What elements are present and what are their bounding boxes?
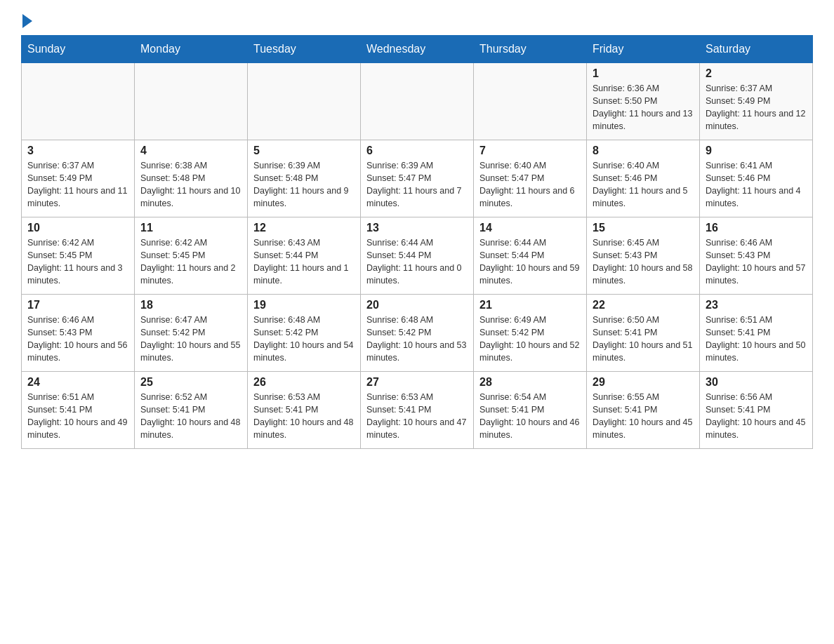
calendar-header-row: SundayMondayTuesdayWednesdayThursdayFrid… xyxy=(22,36,813,63)
day-info: Sunrise: 6:51 AMSunset: 5:41 PMDaylight:… xyxy=(27,391,128,442)
calendar-cell: 15Sunrise: 6:45 AMSunset: 5:43 PMDayligh… xyxy=(587,217,700,295)
calendar-cell: 9Sunrise: 6:41 AMSunset: 5:46 PMDaylight… xyxy=(700,140,813,217)
calendar-cell: 12Sunrise: 6:43 AMSunset: 5:44 PMDayligh… xyxy=(248,217,361,295)
day-number: 3 xyxy=(27,145,128,157)
calendar-cell: 16Sunrise: 6:46 AMSunset: 5:43 PMDayligh… xyxy=(700,217,813,295)
day-number: 21 xyxy=(479,299,581,311)
calendar-cell: 22Sunrise: 6:50 AMSunset: 5:41 PMDayligh… xyxy=(587,295,700,372)
day-info: Sunrise: 6:50 AMSunset: 5:41 PMDaylight:… xyxy=(593,314,694,365)
header-wednesday: Wednesday xyxy=(361,36,474,63)
calendar-cell: 17Sunrise: 6:46 AMSunset: 5:43 PMDayligh… xyxy=(22,295,135,372)
day-info: Sunrise: 6:41 AMSunset: 5:46 PMDaylight:… xyxy=(706,159,807,210)
calendar-cell: 27Sunrise: 6:53 AMSunset: 5:41 PMDayligh… xyxy=(361,372,474,449)
calendar-week-row: 10Sunrise: 6:42 AMSunset: 5:45 PMDayligh… xyxy=(22,217,813,295)
calendar-cell xyxy=(361,63,474,140)
day-number: 25 xyxy=(140,376,241,389)
calendar-cell: 18Sunrise: 6:47 AMSunset: 5:42 PMDayligh… xyxy=(135,295,248,372)
day-number: 5 xyxy=(253,145,355,157)
day-info: Sunrise: 6:45 AMSunset: 5:43 PMDaylight:… xyxy=(593,236,694,288)
day-number: 16 xyxy=(706,222,807,234)
calendar-table: SundayMondayTuesdayWednesdayThursdayFrid… xyxy=(21,35,813,449)
day-info: Sunrise: 6:36 AMSunset: 5:50 PMDaylight:… xyxy=(593,82,694,133)
day-info: Sunrise: 6:38 AMSunset: 5:48 PMDaylight:… xyxy=(140,159,241,210)
calendar-cell xyxy=(474,63,587,140)
day-number: 18 xyxy=(140,299,241,311)
header-saturday: Saturday xyxy=(700,36,813,63)
day-number: 20 xyxy=(366,299,468,311)
day-info: Sunrise: 6:55 AMSunset: 5:41 PMDaylight:… xyxy=(593,391,694,442)
day-info: Sunrise: 6:56 AMSunset: 5:41 PMDaylight:… xyxy=(706,391,807,442)
day-number: 10 xyxy=(27,222,128,234)
day-number: 19 xyxy=(253,299,355,311)
calendar-cell: 20Sunrise: 6:48 AMSunset: 5:42 PMDayligh… xyxy=(361,295,474,372)
calendar-cell: 21Sunrise: 6:49 AMSunset: 5:42 PMDayligh… xyxy=(474,295,587,372)
calendar-cell: 5Sunrise: 6:39 AMSunset: 5:48 PMDaylight… xyxy=(248,140,361,217)
day-info: Sunrise: 6:53 AMSunset: 5:41 PMDaylight:… xyxy=(366,391,468,442)
day-number: 9 xyxy=(706,145,807,157)
calendar-cell: 28Sunrise: 6:54 AMSunset: 5:41 PMDayligh… xyxy=(474,372,587,449)
day-info: Sunrise: 6:43 AMSunset: 5:44 PMDaylight:… xyxy=(253,236,355,288)
calendar-cell: 6Sunrise: 6:39 AMSunset: 5:47 PMDaylight… xyxy=(361,140,474,217)
calendar-cell: 29Sunrise: 6:55 AMSunset: 5:41 PMDayligh… xyxy=(587,372,700,449)
calendar-cell: 8Sunrise: 6:40 AMSunset: 5:46 PMDaylight… xyxy=(587,140,700,217)
day-number: 23 xyxy=(706,299,807,311)
calendar-cell: 23Sunrise: 6:51 AMSunset: 5:41 PMDayligh… xyxy=(700,295,813,372)
day-number: 27 xyxy=(366,376,468,389)
day-number: 24 xyxy=(27,376,128,389)
calendar-cell: 24Sunrise: 6:51 AMSunset: 5:41 PMDayligh… xyxy=(22,372,135,449)
logo-arrow-icon xyxy=(22,14,32,28)
day-number: 1 xyxy=(593,67,694,80)
day-number: 6 xyxy=(366,145,468,157)
calendar-cell: 25Sunrise: 6:52 AMSunset: 5:41 PMDayligh… xyxy=(135,372,248,449)
day-number: 17 xyxy=(27,299,128,311)
calendar-cell: 7Sunrise: 6:40 AMSunset: 5:47 PMDaylight… xyxy=(474,140,587,217)
day-info: Sunrise: 6:52 AMSunset: 5:41 PMDaylight:… xyxy=(140,391,241,442)
day-number: 22 xyxy=(593,299,694,311)
calendar-week-row: 17Sunrise: 6:46 AMSunset: 5:43 PMDayligh… xyxy=(22,295,813,372)
day-number: 11 xyxy=(140,222,241,234)
day-number: 12 xyxy=(253,222,355,234)
calendar-cell: 26Sunrise: 6:53 AMSunset: 5:41 PMDayligh… xyxy=(248,372,361,449)
day-info: Sunrise: 6:54 AMSunset: 5:41 PMDaylight:… xyxy=(479,391,581,442)
day-info: Sunrise: 6:51 AMSunset: 5:41 PMDaylight:… xyxy=(706,314,807,365)
day-info: Sunrise: 6:37 AMSunset: 5:49 PMDaylight:… xyxy=(27,159,128,210)
calendar-cell: 1Sunrise: 6:36 AMSunset: 5:50 PMDaylight… xyxy=(587,63,700,140)
day-number: 15 xyxy=(593,222,694,234)
day-number: 29 xyxy=(593,376,694,389)
header-monday: Monday xyxy=(135,36,248,63)
day-info: Sunrise: 6:47 AMSunset: 5:42 PMDaylight:… xyxy=(140,314,241,365)
day-number: 4 xyxy=(140,145,241,157)
page-header xyxy=(21,14,813,28)
calendar-cell xyxy=(135,63,248,140)
day-info: Sunrise: 6:40 AMSunset: 5:47 PMDaylight:… xyxy=(479,159,581,210)
day-info: Sunrise: 6:42 AMSunset: 5:45 PMDaylight:… xyxy=(140,236,241,288)
calendar-cell: 19Sunrise: 6:48 AMSunset: 5:42 PMDayligh… xyxy=(248,295,361,372)
calendar-cell: 3Sunrise: 6:37 AMSunset: 5:49 PMDaylight… xyxy=(22,140,135,217)
calendar-week-row: 24Sunrise: 6:51 AMSunset: 5:41 PMDayligh… xyxy=(22,372,813,449)
day-info: Sunrise: 6:42 AMSunset: 5:45 PMDaylight:… xyxy=(27,236,128,288)
header-friday: Friday xyxy=(587,36,700,63)
day-number: 14 xyxy=(479,222,581,234)
day-info: Sunrise: 6:46 AMSunset: 5:43 PMDaylight:… xyxy=(27,314,128,365)
day-number: 7 xyxy=(479,145,581,157)
calendar-cell: 11Sunrise: 6:42 AMSunset: 5:45 PMDayligh… xyxy=(135,217,248,295)
day-info: Sunrise: 6:53 AMSunset: 5:41 PMDaylight:… xyxy=(253,391,355,442)
day-info: Sunrise: 6:40 AMSunset: 5:46 PMDaylight:… xyxy=(593,159,694,210)
calendar-cell: 2Sunrise: 6:37 AMSunset: 5:49 PMDaylight… xyxy=(700,63,813,140)
calendar-cell xyxy=(248,63,361,140)
day-info: Sunrise: 6:49 AMSunset: 5:42 PMDaylight:… xyxy=(479,314,581,365)
header-thursday: Thursday xyxy=(474,36,587,63)
day-info: Sunrise: 6:46 AMSunset: 5:43 PMDaylight:… xyxy=(706,236,807,288)
calendar-cell: 14Sunrise: 6:44 AMSunset: 5:44 PMDayligh… xyxy=(474,217,587,295)
calendar-week-row: 1Sunrise: 6:36 AMSunset: 5:50 PMDaylight… xyxy=(22,63,813,140)
day-number: 28 xyxy=(479,376,581,389)
calendar-cell: 10Sunrise: 6:42 AMSunset: 5:45 PMDayligh… xyxy=(22,217,135,295)
header-tuesday: Tuesday xyxy=(248,36,361,63)
day-number: 26 xyxy=(253,376,355,389)
day-info: Sunrise: 6:48 AMSunset: 5:42 PMDaylight:… xyxy=(366,314,468,365)
logo xyxy=(21,14,34,28)
day-number: 2 xyxy=(706,67,807,80)
day-info: Sunrise: 6:48 AMSunset: 5:42 PMDaylight:… xyxy=(253,314,355,365)
day-info: Sunrise: 6:39 AMSunset: 5:48 PMDaylight:… xyxy=(253,159,355,210)
day-number: 13 xyxy=(366,222,468,234)
